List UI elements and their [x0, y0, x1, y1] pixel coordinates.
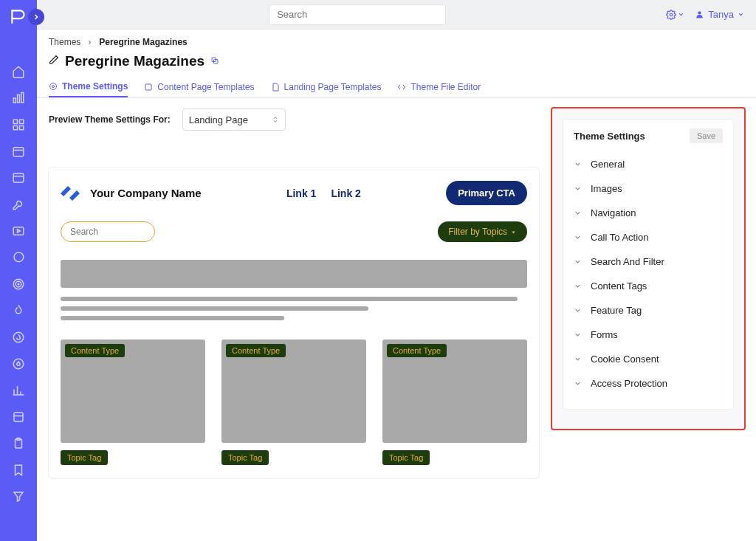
svg-marker-34: [69, 190, 80, 201]
page-title: Peregrine Magazines: [65, 53, 205, 69]
topbar: Tanya: [37, 0, 756, 30]
settings-section-forms[interactable]: Forms: [574, 323, 723, 347]
topic-tag: Topic Tag: [221, 450, 269, 465]
breadcrumb-root[interactable]: Themes: [49, 37, 80, 47]
svg-rect-32: [145, 84, 151, 90]
primary-cta-button[interactable]: Primary CTA: [446, 181, 527, 205]
svg-marker-33: [61, 186, 71, 196]
preview-search-input[interactable]: [61, 221, 155, 242]
settings-section-content-tags[interactable]: Content Tags: [574, 274, 723, 298]
flame2-icon[interactable]: [12, 331, 25, 344]
flame-icon[interactable]: [12, 304, 25, 317]
chevron-down-icon: [574, 379, 582, 387]
tab-content-page-templates[interactable]: Content Page Templates: [144, 77, 254, 97]
preview-for-label: Preview Theme Settings For:: [49, 114, 171, 125]
svg-point-31: [50, 83, 57, 90]
chevron-down-icon: [574, 282, 582, 290]
droplet-icon[interactable]: [12, 357, 25, 371]
settings-section-navigation[interactable]: Navigation: [574, 201, 723, 225]
target-icon[interactable]: [12, 278, 25, 291]
chevron-down-icon: [574, 233, 582, 241]
calendar-icon[interactable]: [12, 145, 25, 158]
svg-rect-3: [13, 120, 17, 123]
preview-link-2[interactable]: Link 2: [331, 187, 360, 199]
svg-point-16: [13, 332, 24, 342]
svg-rect-7: [13, 148, 24, 156]
settings-section-cookie-consent[interactable]: Cookie Consent: [574, 347, 723, 371]
svg-rect-1: [18, 95, 20, 103]
chart-icon[interactable]: [12, 384, 25, 397]
settings-gear-icon[interactable]: [666, 10, 684, 20]
theme-settings-panel: Theme Settings Save General Images Navig…: [551, 107, 746, 430]
tab-theme-settings[interactable]: Theme Settings: [49, 77, 128, 97]
chevron-down-icon: [574, 185, 582, 193]
window-icon[interactable]: [12, 171, 25, 185]
svg-rect-11: [13, 227, 24, 235]
app-sidebar: [0, 0, 37, 541]
select-caret-icon: [272, 114, 279, 125]
svg-point-17: [13, 359, 24, 369]
svg-point-30: [52, 86, 55, 88]
settings-section-images[interactable]: Images: [574, 176, 723, 201]
analytics-icon[interactable]: [12, 92, 25, 105]
global-search-input[interactable]: [269, 4, 446, 25]
preview-for-dropdown[interactable]: Landing Page: [182, 108, 286, 131]
expand-sidebar-button[interactable]: [28, 9, 44, 25]
svg-marker-12: [18, 230, 21, 233]
settings-section-feature-tag[interactable]: Feature Tag: [574, 298, 723, 323]
clipboard-icon[interactable]: [12, 437, 25, 450]
hero-placeholder: [61, 260, 527, 288]
topic-tag: Topic Tag: [382, 450, 430, 465]
edit-icon[interactable]: [49, 55, 59, 68]
topic-tag: Topic Tag: [61, 450, 108, 465]
chevron-down-icon: [574, 306, 582, 314]
svg-marker-35: [512, 231, 515, 233]
content-type-tag: Content Type: [387, 344, 447, 357]
settings-section-cta[interactable]: Call To Action: [574, 225, 723, 249]
text-line-placeholder: [61, 306, 368, 311]
svg-rect-0: [13, 98, 16, 103]
tab-landing-page-templates[interactable]: Landing Page Templates: [271, 77, 382, 97]
chat-icon[interactable]: [12, 251, 25, 264]
tools-icon[interactable]: [12, 198, 25, 211]
text-line-placeholder: [61, 316, 284, 320]
chevron-right-icon: [86, 39, 93, 46]
svg-rect-6: [20, 126, 24, 130]
svg-rect-2: [21, 93, 24, 103]
chevron-down-icon: [574, 355, 582, 363]
text-line-placeholder: [61, 297, 518, 301]
chevron-down-icon: [574, 331, 582, 339]
preview-card: Content Type Topic Tag: [382, 340, 527, 465]
user-name: Tanya: [708, 9, 734, 20]
filter-by-topics-button[interactable]: Filter by Topics: [438, 221, 527, 242]
copy-icon[interactable]: [210, 55, 219, 68]
filter-icon[interactable]: [12, 490, 25, 503]
caret-down-icon: [510, 229, 517, 235]
svg-rect-4: [20, 120, 24, 123]
layers-icon[interactable]: [12, 410, 25, 424]
play-icon[interactable]: [12, 224, 25, 238]
svg-point-26: [670, 13, 673, 16]
theme-preview: Your Company Name Link 1 Link 2 Primary …: [49, 168, 539, 478]
user-menu[interactable]: Tanya: [695, 9, 744, 20]
svg-rect-22: [14, 413, 23, 421]
brand-logo-icon: [61, 185, 83, 202]
settings-section-access-protection[interactable]: Access Protection: [574, 371, 723, 396]
settings-section-search-filter[interactable]: Search And Filter: [574, 249, 723, 274]
grid-icon[interactable]: [12, 118, 25, 131]
panel-title: Theme Settings: [574, 131, 645, 142]
preview-link-1[interactable]: Link 1: [286, 187, 316, 199]
tab-theme-file-editor[interactable]: Theme File Editor: [397, 77, 481, 97]
svg-rect-9: [13, 173, 24, 182]
chevron-down-icon: [574, 209, 582, 217]
breadcrumb: Themes Peregrine Magazines: [37, 30, 756, 50]
svg-point-15: [18, 283, 19, 285]
bookmark-icon[interactable]: [12, 464, 25, 477]
save-button[interactable]: Save: [690, 128, 723, 143]
home-icon[interactable]: [12, 65, 25, 78]
preview-card: Content Type Topic Tag: [221, 340, 366, 465]
preview-card: Content Type Topic Tag: [61, 340, 205, 465]
svg-rect-5: [13, 126, 17, 130]
brand-name: Your Company Name: [90, 187, 202, 199]
settings-section-general[interactable]: General: [574, 152, 723, 176]
